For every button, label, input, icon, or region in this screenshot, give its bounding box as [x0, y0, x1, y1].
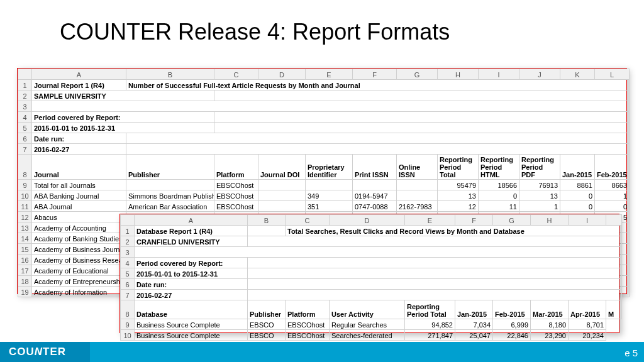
database-report-table: ABCDEFGHI 1Database Report 1 (R4)Total S…	[120, 214, 622, 341]
table-row: 9Total for all JournalsEBSCOhost95479185…	[18, 180, 630, 190]
report-name: Journal Report 1 (R4)	[32, 80, 126, 90]
period-value: 2015-01-01 to 2015-12-31	[32, 123, 214, 133]
slide-title: COUNTER Release 4: Report Formats	[0, 0, 644, 45]
page-number: e 5	[625, 348, 638, 358]
table-row: 10ABA Banking JournalSimmons Boardman Pu…	[18, 190, 630, 201]
table-row: 9Business Source CompleteEBSCOEBSCOhostR…	[121, 319, 622, 330]
database-report-sheet: ABCDEFGHI 1Database Report 1 (R4)Total S…	[119, 214, 619, 333]
table-row: 11ABA JournalAmerican Bar AssociationEBS…	[18, 201, 630, 212]
col-headers: ABCDEFGHIJKL	[18, 69, 630, 80]
col-headers: ABCDEFGHI	[121, 215, 622, 226]
data-header-row: 8 JournalPublisherPlatformJournal DOIPro…	[18, 155, 630, 180]
footer-bar: COUNTER e 5	[0, 342, 644, 362]
report-name: Database Report 1 (R4)	[135, 226, 248, 236]
daterun-value: 2016-02-27	[32, 144, 126, 155]
counter-logo: COUNTER	[0, 346, 66, 358]
institution: SAMPLE UNIVERSITY	[32, 90, 214, 101]
daterun-value: 2016-02-27	[135, 290, 248, 300]
report-desc: Number of Successful Full-text Article R…	[126, 80, 630, 90]
daterun-label: Date run:	[32, 133, 126, 144]
table-row: 10Business Source CompleteEBSCOEBSCOhost…	[121, 330, 622, 341]
data-header-row: 8 DatabasePublisherPlatformUser Activity…	[121, 300, 622, 319]
period-label: Period covered by Report:	[135, 258, 248, 268]
period-value: 2015-01-01 to 2015-12-31	[135, 268, 248, 279]
daterun-label: Date run:	[135, 279, 248, 290]
period-label: Period covered by Report:	[32, 112, 214, 123]
institution: CRANFIELD UNIVERSITY	[135, 236, 248, 247]
report-desc: Total Searches, Result Clicks and Record…	[286, 226, 622, 236]
